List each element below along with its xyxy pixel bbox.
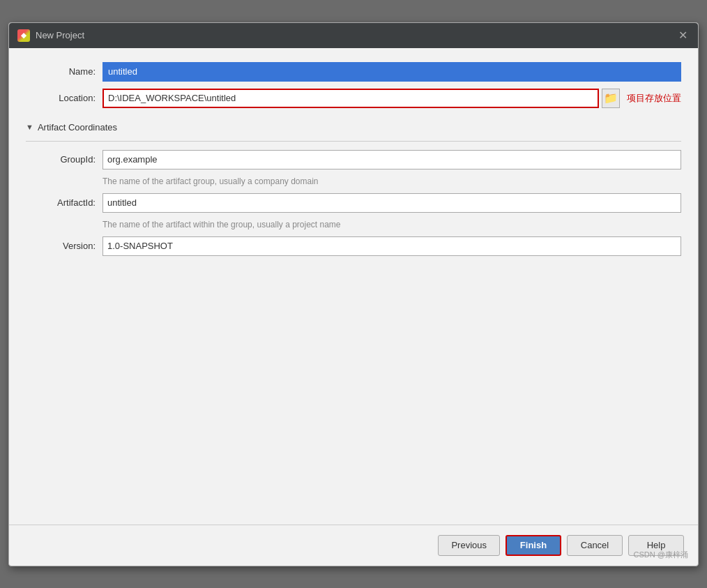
new-project-dialog: ◆ New Project ✕ Name: Location: 📁 项目存放位置…	[8, 22, 699, 566]
collapse-icon: ▼	[26, 123, 33, 131]
location-annotation: 项目存放位置	[627, 92, 681, 105]
title-bar-left: ◆ New Project	[17, 29, 84, 42]
watermark: CSDN @康梓涌	[634, 550, 688, 560]
section-divider	[26, 141, 681, 142]
close-button[interactable]: ✕	[676, 29, 690, 43]
name-input[interactable]	[102, 62, 681, 82]
group-id-label: GroupId:	[26, 154, 102, 165]
title-bar: ◆ New Project ✕	[9, 23, 698, 48]
location-wrapper: 📁	[102, 89, 620, 108]
spacer	[26, 263, 681, 511]
name-row: Name:	[26, 62, 681, 82]
button-bar: Previous Finish Cancel Help	[9, 525, 698, 566]
artifact-id-row: ArtifactId:	[26, 193, 681, 213]
version-input[interactable]	[102, 236, 681, 256]
artifact-id-label: ArtifactId:	[26, 197, 102, 208]
location-label: Location:	[26, 93, 102, 103]
group-id-row: GroupId:	[26, 150, 681, 169]
group-id-input[interactable]	[102, 150, 681, 169]
app-icon: ◆	[17, 29, 30, 42]
cancel-button[interactable]: Cancel	[567, 535, 623, 556]
artifact-section-header[interactable]: ▼ Artifact Coordinates	[26, 122, 681, 133]
finish-button[interactable]: Finish	[505, 535, 561, 556]
location-row: Location: 📁 项目存放位置	[26, 89, 681, 108]
group-id-hint: The name of the artifact group, usually …	[102, 176, 681, 186]
previous-button[interactable]: Previous	[438, 535, 500, 556]
artifact-id-input[interactable]	[102, 193, 681, 213]
artifact-section-title: Artifact Coordinates	[38, 122, 117, 133]
version-label: Version:	[26, 241, 102, 251]
dialog-title: New Project	[36, 30, 84, 40]
artifact-id-hint: The name of the artifact within the grou…	[102, 220, 681, 229]
name-label: Name:	[26, 66, 102, 77]
dialog-content: Name: Location: 📁 项目存放位置 ▼ Artifact Coor…	[9, 48, 698, 525]
location-input[interactable]	[102, 89, 599, 108]
version-row: Version:	[26, 236, 681, 256]
browse-button[interactable]: 📁	[602, 89, 620, 108]
